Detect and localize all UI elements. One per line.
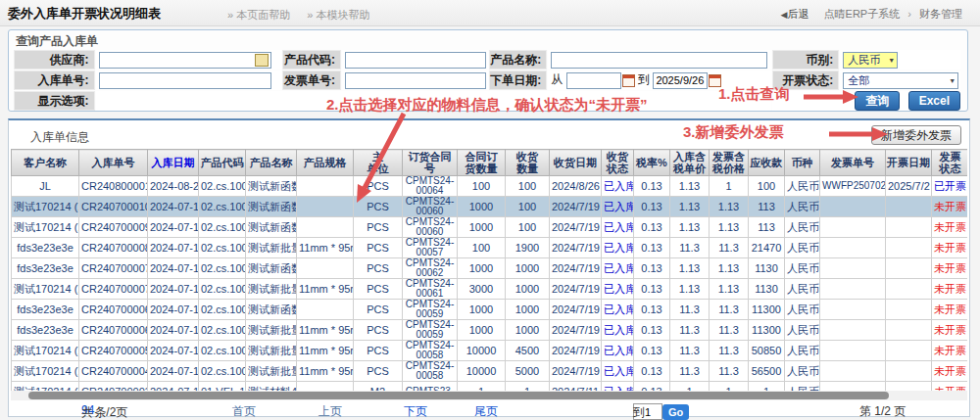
table-cell <box>886 258 932 279</box>
table-cell: 测试新函数成 <box>246 217 297 238</box>
table-cell: 2024-07-11 <box>148 382 199 392</box>
column-header[interactable]: 产品规格 <box>297 150 354 176</box>
column-header[interactable]: 产品代码 <box>199 150 246 176</box>
date-to-input[interactable] <box>653 72 708 89</box>
table-cell: 已开票 <box>932 176 968 197</box>
table-cell: fds3e23e3e <box>12 320 79 341</box>
invoice-status-select[interactable]: 全部▼ <box>843 72 958 89</box>
column-header[interactable]: 收货 状态 <box>602 150 634 176</box>
table-cell: 10000 <box>458 341 506 361</box>
receipt-no-input[interactable] <box>99 72 271 89</box>
table-cell: CPMTS24- 00060 <box>403 197 458 217</box>
table-cell: 02.cs.100246 <box>199 238 246 258</box>
column-header[interactable]: 收货 数量 <box>506 150 550 176</box>
prev-page-link[interactable]: 上页 <box>318 403 342 420</box>
go-button[interactable]: Go <box>662 404 689 420</box>
table-row[interactable]: fds3e23e3eCR2407000062024-07-1902.cs.100… <box>12 300 968 320</box>
table-cell: 0.13 <box>634 238 670 258</box>
module-help-link[interactable]: » 本模块帮助 <box>307 9 369 21</box>
column-header[interactable]: 主 单位 <box>354 150 403 176</box>
date-from-input[interactable] <box>566 72 621 89</box>
table-cell: 100 <box>506 197 550 217</box>
table-row[interactable]: fds3e23e3eCR2407000062024-07-1902.cs.100… <box>12 320 968 341</box>
table-row[interactable]: 测试170214 (XX)CR2407000092024-07-1902.cs.… <box>12 217 968 238</box>
table-row[interactable]: 测试170214 (XX)CR2407000102024-07-1902.cs.… <box>12 197 968 217</box>
table-row[interactable]: 测试170214 (XX)CR2407000052024-07-1902.cs.… <box>12 341 968 361</box>
search-button[interactable]: 查询 <box>855 91 900 111</box>
table-cell: 100 <box>506 176 550 197</box>
table-cell <box>297 217 354 238</box>
table-cell: CPMTS24- 00058 <box>403 341 458 361</box>
table-cell: 1 <box>506 382 550 392</box>
invoice-no-input[interactable] <box>345 72 486 89</box>
horizontal-scrollbar[interactable] <box>11 391 967 400</box>
table-row[interactable]: 测试170214 (XX)CR2407000042024-07-1902.cs.… <box>12 361 968 382</box>
column-header[interactable]: 收货日期 <box>550 150 602 176</box>
first-page-link[interactable]: 首页 <box>232 403 256 420</box>
column-header[interactable]: 入库含 税单价 <box>670 150 710 176</box>
scrollbar-thumb[interactable] <box>28 392 889 399</box>
table-cell: JL <box>12 176 79 197</box>
table-cell: 已入库 <box>602 279 634 300</box>
table-cell: fds3e23e3e <box>12 300 79 320</box>
table-row[interactable]: fds3e23e3eCR2407000072024-07-1902.cs.100… <box>12 258 968 279</box>
column-header[interactable]: 发票单号 <box>820 150 886 176</box>
table-cell: 11300 <box>749 300 785 320</box>
table-cell: 2024/7/19 10 <box>550 238 602 258</box>
table-cell: 0.13 <box>634 361 670 382</box>
excel-button[interactable]: Excel <box>908 91 960 111</box>
column-header[interactable]: 客户名称 <box>12 150 79 176</box>
table-cell: 2024-07-19 <box>148 217 199 238</box>
breadcrumb-module[interactable]: 财务管理 <box>919 8 962 20</box>
table-cell: 2024/7/19 10 <box>550 279 602 300</box>
product-name-input[interactable] <box>551 52 767 69</box>
table-cell: 1 <box>710 176 749 197</box>
column-header[interactable]: 发票 状态 <box>932 150 968 176</box>
product-code-input[interactable] <box>345 52 486 69</box>
invoice-no-label: 发票单号: <box>282 70 341 90</box>
table-cell: 11.3 <box>710 341 749 361</box>
table-cell: 测试170214 (XX) <box>12 341 79 361</box>
table-cell: fds3e23e3e <box>12 238 79 258</box>
column-header[interactable]: 入库单号 <box>79 150 148 176</box>
table-row[interactable]: 测试170214 (XX)CR2407000072024-07-1902.cs.… <box>12 279 968 300</box>
table-cell: 1900 <box>506 238 550 258</box>
table-cell: WWFP250702001 <box>820 176 886 197</box>
breadcrumb-system[interactable]: 点晴ERP子系统 <box>824 8 901 20</box>
column-header[interactable]: 发票含 税价格 <box>710 150 749 176</box>
date-from-label: 从 <box>551 72 563 86</box>
column-header[interactable]: 产品名称 <box>246 150 297 176</box>
table-cell: 1.13 <box>670 176 710 197</box>
column-header[interactable]: 税率% <box>634 150 670 176</box>
table-row[interactable]: JLCR2408000012024-08-2602.cs.100241测试新函数… <box>12 176 968 197</box>
page-help-link[interactable]: » 本页面帮助 <box>227 9 290 21</box>
back-button[interactable]: ◀后退 <box>781 8 809 20</box>
column-header[interactable]: 币种 <box>785 150 820 176</box>
table-cell: 100 <box>749 176 785 197</box>
column-header[interactable]: 应收款 <box>749 150 785 176</box>
calendar-icon[interactable] <box>622 74 635 87</box>
column-header[interactable]: 开票日期 <box>886 150 932 176</box>
table-cell: 2024-07-19 <box>148 258 199 279</box>
table-cell: 02.cs.100246 <box>199 279 246 300</box>
table-cell: 未开票 <box>932 279 968 300</box>
supplier-lookup-icon[interactable] <box>255 54 269 67</box>
table-cell: 1000 <box>458 300 506 320</box>
last-page-link[interactable]: 尾页 <box>474 403 498 420</box>
column-header[interactable]: 入库日期 <box>148 150 199 176</box>
table-cell: CPMTS23- <box>403 382 458 392</box>
table-row[interactable]: fds3e23e3eCR2407000082024-07-1902.cs.100… <box>12 238 968 258</box>
column-header[interactable]: 合同订 货数量 <box>458 150 506 176</box>
table-cell <box>297 176 354 197</box>
add-outsource-invoice-button[interactable]: 新增委外发票 <box>871 125 961 145</box>
table-cell: 人民币 <box>785 238 820 258</box>
table-cell: 2024/7/19 10 <box>550 258 602 279</box>
table-cell <box>886 300 932 320</box>
table-cell: 56500 <box>749 361 785 382</box>
column-header[interactable]: 订货合同号 <box>403 150 458 176</box>
table-cell: CR240700005 <box>79 341 148 361</box>
supplier-input[interactable] <box>99 52 271 69</box>
next-page-link[interactable]: 下页 <box>404 403 427 420</box>
currency-select[interactable]: 人民币▼ <box>843 52 898 69</box>
table-row[interactable]: 测试170214 (XX)CR2407000032024-07-1101.VEL… <box>12 382 968 392</box>
